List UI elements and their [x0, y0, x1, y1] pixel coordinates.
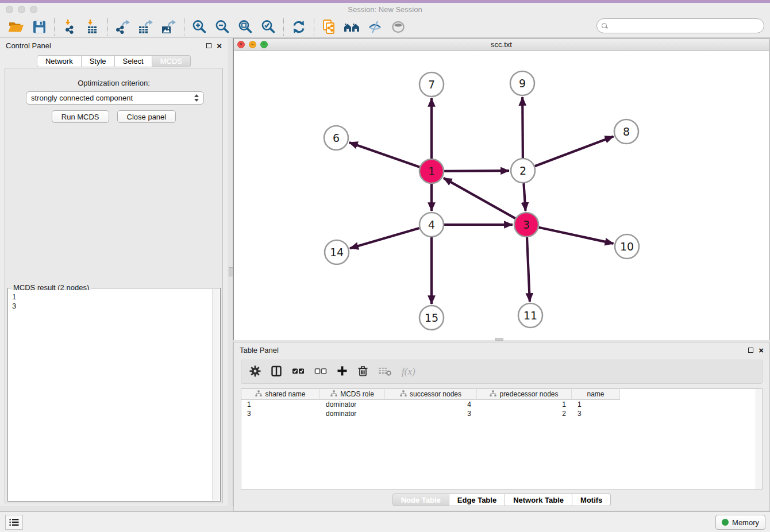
mcds-result-node[interactable]: 3 — [12, 302, 209, 311]
tab-mcds[interactable]: MCDS — [152, 55, 191, 67]
table-cell[interactable]: 3 — [385, 410, 477, 418]
column-header-shared-name[interactable]: shared name — [241, 389, 320, 400]
table-cell[interactable]: 3 — [241, 410, 320, 418]
toggle-columns-button[interactable] — [271, 364, 282, 379]
close-panel-button[interactable]: Close panel — [117, 110, 176, 123]
graph-node-label: 8 — [623, 125, 630, 138]
zoom-selected-button[interactable] — [257, 17, 280, 37]
table-cell[interactable]: dominator — [320, 400, 385, 408]
result-scrollbar[interactable] — [212, 289, 220, 500]
apply-layout-button[interactable] — [287, 17, 310, 37]
panel-splitter[interactable] — [228, 38, 233, 506]
show-all-networks-button[interactable] — [341, 17, 364, 37]
table-row[interactable]: 3dominator323 — [241, 409, 762, 418]
column-header-successor-nodes[interactable]: successor nodes — [385, 389, 477, 400]
column-header-predecessor-nodes[interactable]: predecessor nodes — [477, 389, 572, 400]
select-all-columns-button[interactable] — [292, 364, 305, 379]
table-cell[interactable]: dominator — [320, 410, 385, 418]
graph-edge-3-1[interactable] — [444, 178, 515, 218]
tab-network-table[interactable]: Network Table — [505, 494, 572, 506]
graph-edge-1-2[interactable] — [444, 171, 509, 171]
graph-edge-2-9[interactable] — [522, 97, 523, 158]
graph-node-10[interactable]: 10 — [615, 234, 639, 259]
unselect-all-columns-button[interactable] — [314, 364, 327, 379]
table-cell[interactable]: 1 — [241, 400, 320, 408]
table-cell[interactable]: 1 — [477, 400, 572, 408]
search-box[interactable] — [596, 18, 764, 33]
function-builder-icon: f(x) — [402, 366, 415, 377]
graph-edge-3-11[interactable] — [527, 237, 530, 302]
graph-node-14[interactable]: 14 — [325, 240, 349, 264]
close-window-button[interactable] — [6, 6, 13, 13]
graph-node-2[interactable]: 2 — [511, 159, 535, 183]
zoom-in-button[interactable] — [188, 17, 211, 37]
network-maximize-button[interactable]: + — [260, 41, 268, 48]
table-row[interactable]: 1dominator411 — [241, 400, 762, 409]
create-column-button[interactable] — [337, 364, 348, 379]
graph-edge-3-10[interactable] — [539, 228, 614, 244]
task-history-button[interactable] — [5, 515, 23, 530]
graph-edge-1-6[interactable] — [349, 142, 420, 167]
graph-edge-2-3[interactable] — [523, 183, 525, 211]
column-header-name[interactable]: name — [572, 389, 620, 400]
save-session-button[interactable] — [28, 17, 51, 37]
table-scrollbar[interactable] — [756, 389, 762, 489]
criterion-select[interactable]: strongly connected component — [26, 91, 204, 105]
mcds-result-list[interactable]: 13 — [9, 290, 212, 500]
table-cell[interactable]: 1 — [572, 400, 620, 408]
tab-motifs[interactable]: Motifs — [572, 494, 611, 506]
zoom-window-button[interactable] — [30, 6, 37, 13]
import-table-button[interactable] — [81, 17, 104, 37]
search-input[interactable] — [611, 21, 759, 31]
memory-button[interactable]: Memory — [715, 515, 765, 530]
tab-select[interactable]: Select — [115, 55, 152, 67]
float-panel-icon[interactable] — [206, 43, 211, 48]
graph-node-11[interactable]: 11 — [518, 303, 542, 327]
network-canvas[interactable]: 7968124314101511 — [234, 51, 769, 340]
table-cell[interactable]: 2 — [477, 410, 572, 418]
close-panel-icon[interactable]: × — [217, 43, 222, 48]
close-table-panel-icon[interactable]: × — [759, 348, 764, 353]
tab-network[interactable]: Network — [37, 55, 82, 67]
table-settings-button[interactable] — [249, 364, 261, 379]
graph-node-3[interactable]: 3 — [514, 213, 538, 237]
graph-node-label: 11 — [523, 309, 537, 322]
import-network-button[interactable] — [58, 17, 81, 37]
graph-node-6[interactable]: 6 — [324, 126, 348, 150]
table-cell[interactable]: 3 — [572, 410, 620, 418]
export-image-button[interactable] — [157, 17, 180, 37]
graph-node-7[interactable]: 7 — [419, 72, 444, 97]
run-mcds-button[interactable]: Run MCDS — [52, 110, 109, 123]
export-network-button[interactable] — [111, 17, 134, 37]
minimize-window-button[interactable] — [18, 6, 25, 13]
graph-node-4[interactable]: 4 — [419, 213, 444, 237]
graph-edge-4-14[interactable] — [350, 228, 419, 248]
zoom-out-button[interactable] — [211, 17, 234, 37]
open-file-button[interactable] — [5, 17, 28, 37]
hide-graphics-details-button[interactable] — [364, 17, 387, 37]
graph-node-1[interactable]: 1 — [419, 159, 444, 183]
birds-eye-view-button[interactable] — [387, 17, 410, 37]
table-cell[interactable]: 4 — [385, 400, 477, 408]
network-minimize-button[interactable]: − — [249, 41, 256, 48]
delete-columns-button[interactable] — [357, 364, 368, 379]
tab-node-table[interactable]: Node Table — [392, 494, 449, 506]
tab-edge-table[interactable]: Edge Table — [449, 494, 505, 506]
clone-network-button[interactable] — [318, 17, 341, 37]
float-table-panel-icon[interactable] — [748, 348, 753, 353]
graph-node-8[interactable]: 8 — [614, 119, 638, 144]
tab-style[interactable]: Style — [82, 55, 115, 67]
graph-node-15[interactable]: 15 — [419, 306, 444, 330]
mcds-result-node[interactable]: 1 — [12, 292, 209, 302]
column-header-MCDS-role[interactable]: MCDS role — [320, 389, 385, 400]
zoom-fit-button[interactable] — [234, 17, 257, 37]
graph-node-9[interactable]: 9 — [510, 71, 534, 95]
network-graph[interactable]: 7968124314101511 — [234, 51, 769, 340]
export-table-button[interactable] — [134, 17, 157, 37]
network-close-button[interactable]: × — [237, 41, 245, 48]
graph-edge-2-8[interactable] — [535, 137, 614, 167]
graph-node-label: 4 — [428, 218, 435, 231]
network-resize-handle[interactable] — [495, 338, 503, 341]
splitter-handle[interactable] — [229, 267, 233, 276]
network-window-titlebar[interactable]: × − + scc.txt — [234, 38, 769, 51]
